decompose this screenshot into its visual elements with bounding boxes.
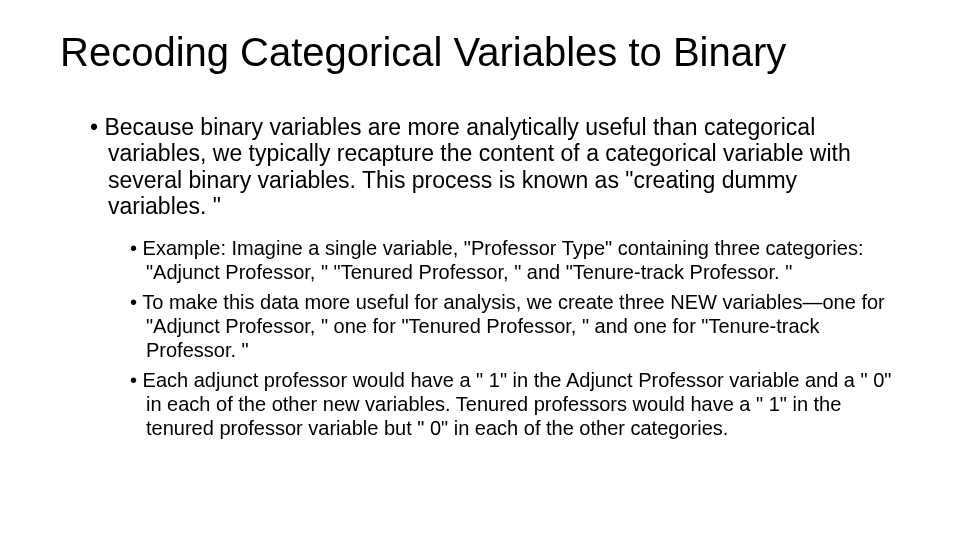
bullet-level2: To make this data more useful for analys… [130,290,900,362]
slide-title: Recoding Categorical Variables to Binary [60,30,900,74]
slide-container: Recoding Categorical Variables to Binary… [0,0,960,540]
bullet-level1: Because binary variables are more analyt… [90,114,900,220]
bullet-level2: Each adjunct professor would have a " 1"… [130,368,900,440]
bullet-level2: Example: Imagine a single variable, "Pro… [130,236,900,284]
